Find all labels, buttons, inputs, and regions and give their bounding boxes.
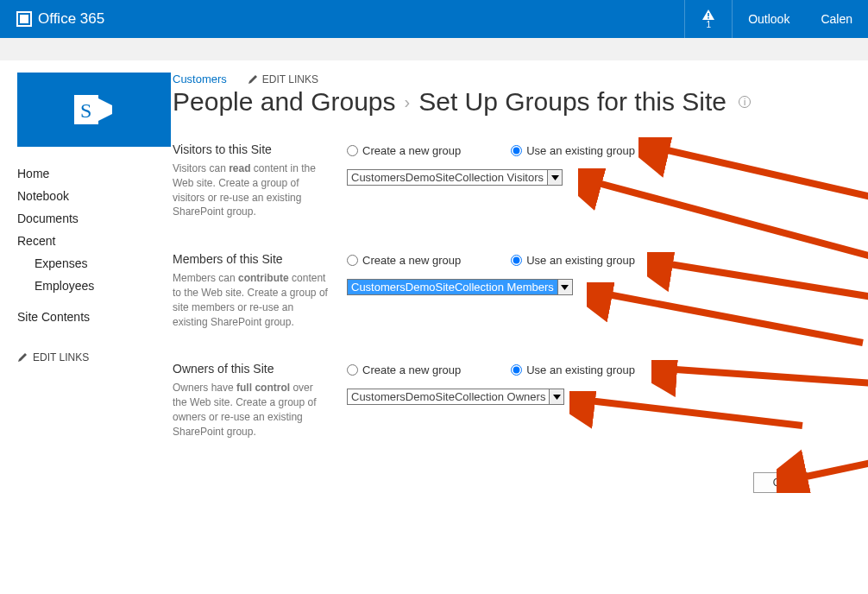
sidenav-edit-links-label: EDIT LINKS xyxy=(33,351,89,363)
sidenav-recent[interactable]: Recent xyxy=(17,230,173,252)
sidenav-site-contents[interactable]: Site Contents xyxy=(17,306,173,328)
section-members: Members of this Site Members can contrib… xyxy=(173,252,868,329)
notification-count: 1 xyxy=(706,20,711,29)
owners-dropdown-value: CustomersDemoSiteCollection Owners xyxy=(348,389,549,404)
topnav-outlook[interactable]: Outlook xyxy=(733,0,805,38)
owners-radio-existing[interactable]: Use an existing group xyxy=(511,363,635,376)
sidenav-home[interactable]: Home xyxy=(17,162,173,185)
members-heading: Members of this Site xyxy=(173,252,330,266)
ribbon-placeholder xyxy=(0,38,868,60)
site-logo[interactable]: S xyxy=(17,73,171,147)
page-title-part1: People and Groups xyxy=(173,87,396,117)
visitors-radio-new[interactable]: Create a new group xyxy=(347,144,461,157)
sidenav-expenses[interactable]: Expenses xyxy=(17,252,173,275)
topnav-calendar[interactable]: Calen xyxy=(805,0,868,38)
side-nav: Home Notebook Documents Recent Expenses … xyxy=(17,162,173,368)
ok-button[interactable]: OK xyxy=(753,472,808,493)
topbar-right: 1 Outlook Calen xyxy=(684,0,868,38)
sidenav-documents[interactable]: Documents xyxy=(17,207,173,230)
owners-heading: Owners of this Site xyxy=(173,362,330,376)
members-desc: Members can contribute content to the We… xyxy=(173,271,330,329)
visitors-radio-existing[interactable]: Use an existing group xyxy=(511,144,635,157)
brand[interactable]: Office 365 xyxy=(0,10,104,28)
page-title: People and Groups › Set Up Groups for th… xyxy=(173,87,868,117)
owners-desc: Owners have full control over the Web si… xyxy=(173,381,330,439)
office-icon xyxy=(16,10,33,28)
sidenav-employees[interactable]: Employees xyxy=(17,275,173,297)
notification-indicator[interactable]: 1 xyxy=(684,0,733,38)
members-radio-existing[interactable]: Use an existing group xyxy=(511,254,635,267)
sharepoint-icon: S xyxy=(71,86,117,133)
info-icon[interactable]: i xyxy=(739,96,751,108)
chevron-down-icon xyxy=(557,280,572,294)
members-radio-new[interactable]: Create a new group xyxy=(347,254,461,267)
visitors-heading: Visitors to this Site xyxy=(173,142,330,156)
svg-text:S: S xyxy=(80,99,91,122)
top-bar: Office 365 1 Outlook Calen xyxy=(0,0,868,38)
svg-rect-5 xyxy=(708,17,709,19)
owners-group-dropdown[interactable]: CustomersDemoSiteCollection Owners xyxy=(347,389,564,405)
title-separator-icon: › xyxy=(405,92,411,112)
chevron-down-icon xyxy=(547,170,562,185)
breadcrumb-site-link[interactable]: Customers xyxy=(173,73,227,85)
pencil-icon xyxy=(248,74,258,85)
breadcrumb-edit-links-label: EDIT LINKS xyxy=(262,73,318,85)
alert-icon xyxy=(702,9,714,20)
chevron-down-icon xyxy=(549,389,563,404)
brand-label: Office 365 xyxy=(38,10,104,28)
svg-rect-4 xyxy=(708,13,709,16)
visitors-desc: Visitors can read content in the Web sit… xyxy=(173,161,330,219)
sidenav-edit-links[interactable]: EDIT LINKS xyxy=(17,347,173,368)
section-visitors: Visitors to this Site Visitors can read … xyxy=(173,142,868,219)
svg-marker-13 xyxy=(561,285,569,290)
pencil-icon xyxy=(17,352,28,363)
breadcrumb: Customers EDIT LINKS xyxy=(173,73,868,85)
svg-marker-16 xyxy=(553,395,561,400)
owners-radio-new[interactable]: Create a new group xyxy=(347,363,461,376)
visitors-dropdown-value: CustomersDemoSiteCollection Visitors xyxy=(348,170,547,185)
svg-rect-2 xyxy=(20,15,28,23)
members-group-dropdown[interactable]: CustomersDemoSiteCollection Members xyxy=(347,279,573,295)
visitors-group-dropdown[interactable]: CustomersDemoSiteCollection Visitors xyxy=(347,169,563,186)
sidenav-notebook[interactable]: Notebook xyxy=(17,185,173,207)
svg-marker-8 xyxy=(98,98,112,121)
breadcrumb-edit-links[interactable]: EDIT LINKS xyxy=(248,73,318,85)
members-dropdown-value: CustomersDemoSiteCollection Members xyxy=(348,280,557,294)
svg-marker-9 xyxy=(551,175,559,180)
page-title-part2: Set Up Groups for this Site xyxy=(418,87,726,117)
section-owners: Owners of this Site Owners have full con… xyxy=(173,362,868,439)
